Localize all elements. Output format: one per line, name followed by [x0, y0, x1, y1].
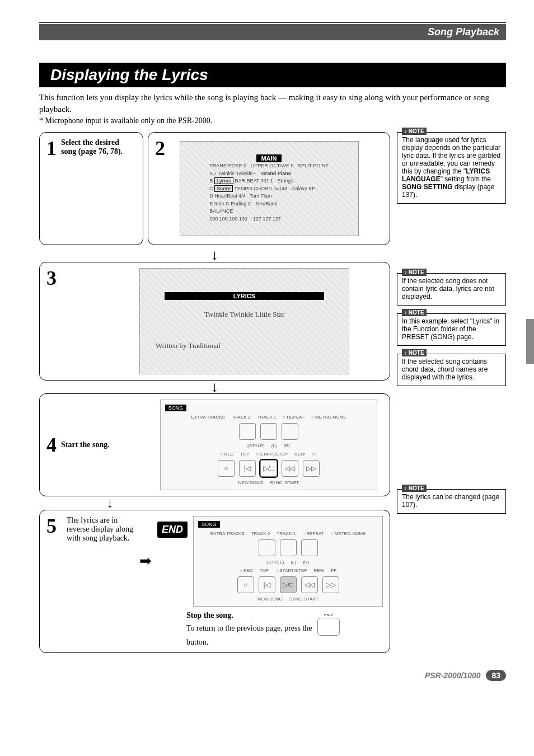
stop-bold: Stop the song.: [186, 611, 233, 619]
lbl-barbeat: BAR BEAT: [235, 178, 259, 184]
step-2: 2 MAIN TRANS-POSE 0 UPPER OCTAVE 0 SPLIT…: [148, 132, 390, 245]
note-2-text: If the selected song does not contain ly…: [402, 277, 494, 300]
lbl-l: (L): [291, 560, 296, 565]
step-1: 1 Select the desired song (page 76, 78).: [39, 132, 143, 245]
note-label: NOTE: [402, 349, 427, 356]
note-label: NOTE: [402, 128, 427, 135]
note-label: NOTE: [402, 485, 427, 492]
step-3: 3 LYRICS Twinkle Twinkle Little Star Wri…: [39, 262, 390, 381]
lbl-startstop: START/STOP: [260, 452, 288, 457]
row-lyrics: Lyrics: [214, 177, 233, 184]
note-4: NOTE If the selected song contains chord…: [397, 354, 506, 386]
lbl-tempo: TEMPO CHORD: [235, 186, 273, 191]
main-screen: MAIN TRANS-POSE 0 UPPER OCTAVE 0 SPLIT P…: [180, 141, 359, 236]
note-1-text: The language used for lyrics display dep…: [402, 136, 500, 199]
note-2: NOTE If the selected song does not conta…: [397, 273, 506, 306]
lbl-ff: FF: [331, 568, 336, 573]
lbl-newsong: NEW SONG: [257, 597, 282, 602]
lbl-newsong: NEW SONG: [238, 480, 263, 485]
step-2-number: 2: [155, 138, 165, 158]
arrow-down-icon: ↓: [39, 499, 390, 508]
lbl-rec: REC: [243, 568, 253, 573]
intro-text: This function lets you display the lyric…: [39, 92, 506, 115]
lbl-split: SPLIT POINT: [298, 163, 329, 168]
lbl-sync: SYNC. START: [270, 480, 299, 485]
lbl-style: (STYLE): [267, 560, 284, 565]
note-label: NOTE: [402, 309, 427, 316]
stop-song-text: Stop the song. To return to the previous…: [46, 607, 383, 647]
lbl-ff: FF: [312, 452, 317, 457]
step-5: 5 The lyrics are in reverse display alon…: [39, 510, 390, 653]
note-5: NOTE The lyrics can be changed (page 107…: [397, 489, 506, 514]
lbl-track1: TRACK 1: [257, 415, 277, 420]
page-title: Displaying the Lyrics: [39, 63, 506, 87]
lbl-balance: BALANCE: [209, 208, 233, 214]
lbl-octave: UPPER OCTAVE: [251, 163, 289, 168]
row-intro: Intro C Ending C: [214, 201, 252, 206]
lbl-track2: TRACK 2: [251, 531, 270, 536]
main-screen-title: MAIN: [256, 154, 281, 162]
note-4-text: If the selected song contains chord data…: [402, 358, 488, 381]
note-3: NOTE In this example, select "Lyrics" in…: [397, 313, 506, 346]
note-5-text: The lyrics can be changed (page 107).: [402, 493, 499, 509]
stop-rest2: button.: [186, 638, 208, 646]
mic-note: * Microphone input is available only on …: [39, 116, 506, 125]
step-1-text: Select the desired song (page 76, 78).: [61, 138, 136, 156]
step-5-number: 5: [46, 516, 57, 607]
lbl-extra: EXTRA TRACKS: [191, 415, 225, 420]
lbl-track2: TRACK 2: [232, 415, 251, 420]
lbl-metro: METRO-NOME: [335, 531, 366, 536]
end-badge: END: [157, 522, 188, 538]
lbl-top: TOP: [240, 452, 249, 457]
song-panel-title: SONG: [198, 521, 220, 528]
section-header: Song Playback: [39, 24, 506, 40]
step-4: 4 Start the song. SONG EXTRA TRACKS TRAC…: [39, 393, 390, 496]
song-panel-5: SONG EXTRA TRACKS TRACK 2 TRACK 1 ○ REPE…: [193, 516, 383, 607]
row-multipad: Tom Flam: [250, 193, 272, 199]
step-4-number: 4: [46, 435, 57, 455]
lbl-top: TOP: [260, 568, 269, 573]
lbl-l: (L): [271, 443, 277, 448]
lbl-startstop: START/STOP: [279, 568, 307, 573]
arrow-down-icon: ↓: [39, 251, 390, 260]
lbl-repeat: REPEAT: [287, 415, 305, 420]
row-style: HeartBeat: [214, 193, 237, 199]
stop-rest: To return to the previous page, press th…: [186, 624, 312, 632]
step-4-text: Start the song.: [61, 440, 110, 449]
val-transpose: 0: [243, 163, 246, 168]
step-3-number: 3: [46, 268, 57, 288]
val-bar: 001 1: [261, 178, 274, 184]
lbl-metro: METRO-NOME: [315, 415, 346, 420]
val-tempo2: J=148: [274, 186, 288, 191]
lyrics-line-1: Twinkle Twinkle Little Star: [204, 310, 284, 319]
lbl-style: (STYLE): [247, 443, 265, 448]
arrow-down-icon: ↓: [39, 383, 390, 392]
row-layer: Strings: [278, 178, 293, 184]
exit-button-icon: [317, 618, 340, 636]
row-left: Galaxy EP: [292, 186, 316, 191]
row-score: Score: [214, 185, 233, 192]
arrow-right-icon: ➡: [139, 552, 152, 570]
lbl-sync: SYNC. START: [289, 597, 318, 602]
val-sig2: 4/4: [238, 193, 246, 199]
lbl-r: (R): [303, 560, 309, 565]
song-panel-4: SONG EXTRA TRACKS TRACK 2 TRACK 1 ○ REPE…: [160, 400, 377, 490]
val-bal-right: 127 127 127: [253, 216, 281, 222]
row-song: Twinkle Twinkle~: [218, 171, 256, 176]
lbl-rec: REC: [224, 452, 233, 457]
note-3-text: In this example, select "Lyrics" in the …: [402, 317, 499, 341]
row-voice-main: Grand Piano: [261, 171, 292, 176]
lbl-repeat: REPEAT: [306, 531, 324, 536]
top-rule: [39, 22, 506, 23]
val-bal-left: 100 100 100 100: [209, 216, 247, 222]
page-number: 83: [486, 670, 506, 681]
lyrics-screen: LYRICS Twinkle Twinkle Little Star Writt…: [139, 268, 349, 374]
val-octave: 0: [291, 163, 293, 168]
lbl-transpose: TRANS-POSE: [209, 163, 242, 168]
lbl-r: (R): [284, 443, 290, 448]
lbl-rew: REW: [294, 452, 305, 457]
lbl-extra: EXTRA TRACKS: [210, 531, 245, 536]
lbl-track1: TRACK 1: [277, 531, 296, 536]
footer: PSR-2000/1000 83: [39, 670, 506, 681]
note-1: NOTE The language used for lyrics displa…: [397, 132, 506, 204]
